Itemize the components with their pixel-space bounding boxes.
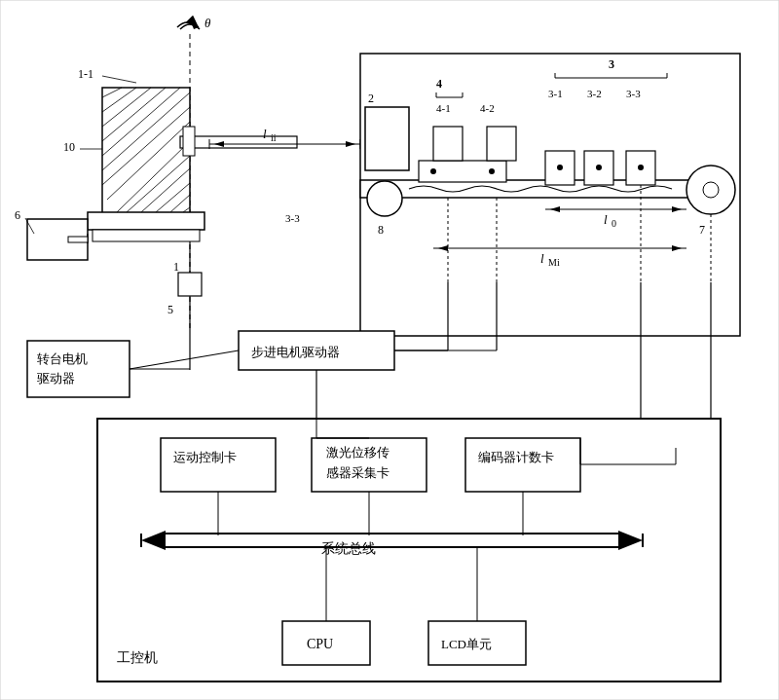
svg-point-41 bbox=[489, 168, 495, 174]
label-4-1: 4-1 bbox=[436, 102, 451, 114]
diagram-container: θ 1-1 10 ∅d bbox=[0, 0, 779, 700]
svg-rect-27 bbox=[178, 273, 202, 296]
laser-sensor-card-label-2: 感器采集卡 bbox=[326, 465, 390, 480]
encoder-counter-card-label: 编码器计数卡 bbox=[478, 450, 554, 464]
label-1: 1 bbox=[173, 260, 179, 274]
system-bus-label: 系统总线 bbox=[321, 541, 376, 556]
l-ii-label: l bbox=[263, 127, 267, 141]
label-7: 7 bbox=[699, 223, 705, 237]
svg-text:驱动器: 驱动器 bbox=[37, 371, 75, 386]
lcd-unit-label: LCD单元 bbox=[441, 637, 492, 651]
svg-text:Mi: Mi bbox=[548, 257, 560, 268]
rotation-motor-driver-label: 转台电机 bbox=[37, 351, 88, 366]
label-3-3-bottom: 3-3 bbox=[285, 212, 300, 224]
svg-text:ii: ii bbox=[271, 132, 277, 143]
label-10: 10 bbox=[63, 140, 75, 154]
cpu-label: CPU bbox=[307, 637, 333, 651]
l-mi-label: l bbox=[540, 251, 544, 266]
label-4: 4 bbox=[436, 77, 442, 91]
label-2: 2 bbox=[368, 92, 374, 105]
svg-point-48 bbox=[596, 165, 602, 170]
svg-rect-83 bbox=[465, 438, 580, 492]
label-3: 3 bbox=[609, 57, 614, 71]
stepper-motor-driver-label: 步进电机驱动器 bbox=[251, 345, 340, 359]
svg-rect-65 bbox=[27, 341, 130, 397]
svg-rect-25 bbox=[68, 237, 88, 242]
svg-rect-20 bbox=[183, 127, 195, 156]
svg-point-51 bbox=[703, 182, 719, 198]
label-3-3: 3-3 bbox=[626, 88, 641, 99]
svg-text:0: 0 bbox=[612, 218, 616, 229]
svg-rect-22 bbox=[93, 230, 200, 241]
label-8: 8 bbox=[378, 223, 384, 237]
svg-rect-81 bbox=[161, 438, 276, 492]
label-3-2: 3-2 bbox=[587, 88, 602, 99]
label-3-1: 3-1 bbox=[548, 88, 563, 99]
svg-point-47 bbox=[557, 165, 563, 170]
laser-sensor-card-label-1: 激光位移传 bbox=[326, 445, 390, 460]
svg-point-52 bbox=[367, 181, 402, 216]
industrial-pc-label: 工控机 bbox=[117, 650, 158, 665]
label-4-2: 4-2 bbox=[480, 102, 495, 114]
svg-rect-21 bbox=[88, 212, 204, 230]
svg-rect-37 bbox=[365, 107, 409, 170]
svg-rect-43 bbox=[487, 127, 516, 161]
svg-rect-42 bbox=[433, 127, 463, 161]
label-6: 6 bbox=[15, 208, 20, 222]
label-5: 5 bbox=[167, 303, 173, 316]
svg-rect-19 bbox=[180, 136, 297, 148]
l-0-label: l bbox=[604, 212, 608, 227]
label-1-1: 1-1 bbox=[78, 67, 93, 81]
motion-control-card-label: 运动控制卡 bbox=[173, 450, 237, 464]
svg-point-40 bbox=[430, 168, 436, 174]
svg-point-49 bbox=[638, 165, 644, 170]
theta-label: θ bbox=[204, 16, 211, 30]
